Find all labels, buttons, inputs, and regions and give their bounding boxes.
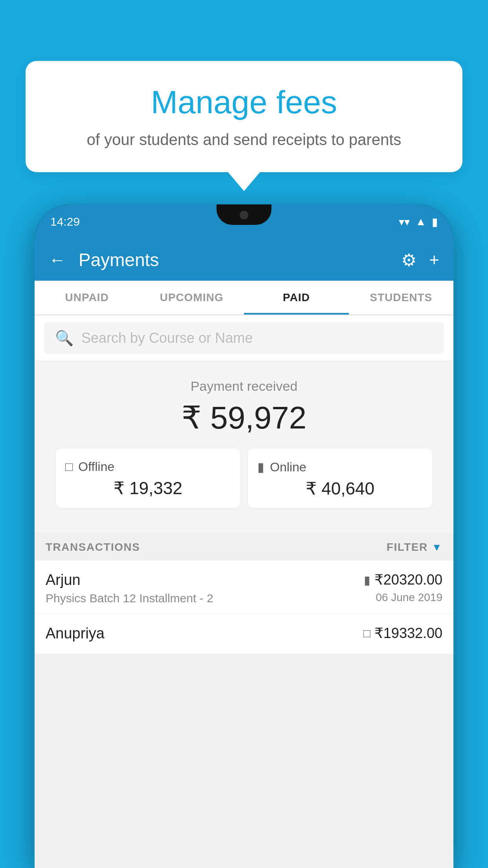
offline-card: □ Offline ₹ 19,332 [56,449,240,508]
app-header: ← Payments ⚙ + [35,239,453,281]
cash-payment-icon: □ [363,627,371,640]
status-icons: ▾▾ ▲ ▮ [399,215,438,228]
header-actions: ⚙ + [401,250,439,270]
payment-cards-row: □ Offline ₹ 19,332 ▮ Online ₹ 40,640 [46,449,442,520]
transactions-header: TRANSACTIONS FILTER ▼ [35,532,453,561]
txn-amount: ₹20320.00 [374,572,442,588]
filter-button[interactable]: FILTER ▼ [387,541,442,554]
add-button[interactable]: + [429,250,439,270]
txn-amount-row: ▮ ₹20320.00 [364,572,442,588]
signal-icon: ▲ [415,215,426,228]
txn-amount: ₹19332.00 [374,625,442,642]
online-label: Online [270,460,306,474]
txn-amount-row: □ ₹19332.00 [363,625,442,642]
txn-date: 06 June 2019 [376,591,442,604]
payment-total-amount: ₹ 59,972 [46,399,442,436]
tab-unpaid[interactable]: UNPAID [35,281,139,314]
search-bar[interactable]: 🔍 Search by Course or Name [44,322,444,354]
online-icon: ▮ [257,460,264,474]
online-amount: ₹ 40,640 [257,478,423,498]
transactions-label: TRANSACTIONS [46,541,140,554]
txn-left: Anupriya [46,625,105,645]
offline-amount: ₹ 19,332 [65,478,231,498]
offline-label: Offline [78,460,114,474]
phone-screen-content: 🔍 Search by Course or Name Payment recei… [35,315,453,868]
txn-right: □ ₹19332.00 [363,625,442,642]
camera-dot [240,211,248,219]
search-input[interactable]: Search by Course or Name [81,330,253,346]
phone-frame: 14:29 ▾▾ ▲ ▮ ← Payments ⚙ + UNPAID UPCOM… [35,204,453,868]
txn-name: Anupriya [46,625,105,642]
offline-card-label-row: □ Offline [65,460,231,474]
speech-bubble: Manage fees of your students and send re… [26,61,462,172]
status-bar: 14:29 ▾▾ ▲ ▮ [35,204,453,239]
tab-students[interactable]: STUDENTS [349,281,454,314]
card-payment-icon: ▮ [364,573,371,587]
bubble-title: Manage fees [53,85,435,120]
bubble-subtitle: of your students and send receipts to pa… [53,129,435,151]
online-card-label-row: ▮ Online [257,460,423,474]
online-card: ▮ Online ₹ 40,640 [248,449,432,508]
tab-paid[interactable]: PAID [244,281,349,314]
filter-label: FILTER [387,541,428,554]
settings-button[interactable]: ⚙ [401,250,416,270]
status-time: 14:29 [50,215,80,228]
notch [216,204,272,225]
payment-summary: Payment received ₹ 59,972 □ Offline ₹ 19… [35,361,453,532]
txn-name: Arjun [46,572,213,588]
tabs-bar: UNPAID UPCOMING PAID STUDENTS [35,281,453,315]
back-button[interactable]: ← [49,251,66,268]
tab-upcoming[interactable]: UPCOMING [139,281,244,314]
txn-left: Arjun Physics Batch 12 Installment - 2 [46,572,213,605]
search-bar-wrapper: 🔍 Search by Course or Name [35,315,453,361]
header-title: Payments [79,249,389,270]
txn-right: ▮ ₹20320.00 06 June 2019 [364,572,442,604]
filter-icon: ▼ [432,541,442,554]
battery-icon: ▮ [432,215,438,228]
txn-description: Physics Batch 12 Installment - 2 [46,592,213,605]
offline-icon: □ [65,460,73,474]
wifi-icon: ▾▾ [399,215,410,228]
search-icon: 🔍 [55,329,73,347]
table-row[interactable]: Arjun Physics Batch 12 Installment - 2 ▮… [35,561,453,614]
payment-received-label: Payment received [46,379,442,394]
table-row[interactable]: Anupriya □ ₹19332.00 [35,614,453,654]
